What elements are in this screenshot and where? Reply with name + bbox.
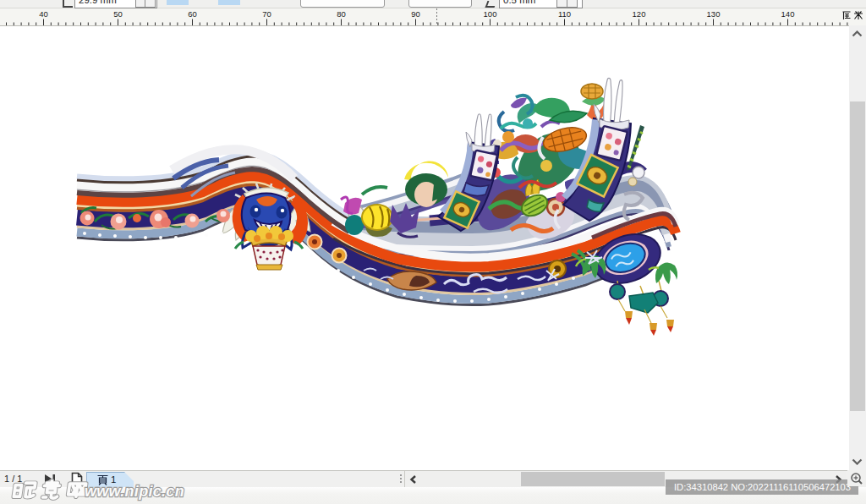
svg-text:www.nipic.cn: www.nipic.cn <box>85 483 184 500</box>
